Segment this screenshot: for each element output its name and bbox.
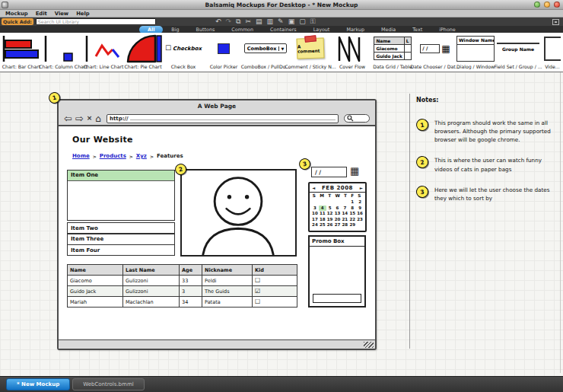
library-item-cover-flow[interactable]: Cover Flow [333,33,371,72]
calendar-day[interactable]: 11 [319,211,326,217]
calendar-day[interactable] [356,222,364,228]
mockup-canvas[interactable]: 1 A Web Page ⇦ ⇨ × ⌂ http:// [0,72,563,376]
category-markup[interactable]: Markup [338,26,373,33]
calendar-widget[interactable]: ◄ FEB 2008 ► S M T W T F S 1 2 3 [308,182,367,232]
search-ui-library-input[interactable] [36,18,156,25]
group-icon[interactable]: ▣ [288,18,295,25]
library-item-column-chart[interactable]: Chart: Column Chart [43,33,84,72]
library-item-field-set[interactable]: Group Name Field Set / Group / ... [495,33,542,72]
edit-icon[interactable]: ✎ [278,18,284,25]
promo-box[interactable]: Promo Box [308,235,366,308]
table-row[interactable]: Mariah Maclachlan 34 Patata ☐ [68,297,297,308]
maximize-button[interactable] [544,2,550,8]
calendar-day[interactable]: 14 [341,211,348,217]
breadcrumb-xyz-link[interactable]: Xyz [136,153,147,159]
calendar-day[interactable]: 13 [334,211,342,217]
minimize-button[interactable] [534,2,540,8]
library-item-video[interactable]: Vide... [542,33,563,72]
tab-webcontrols[interactable]: WebControls.bmml [72,378,144,390]
calendar-day[interactable]: 29 [348,222,356,228]
library-item-combobox[interactable]: ComboBox ▼ ComboBox / PullDo... [243,33,288,72]
undo-icon[interactable]: ↶ [215,18,221,25]
library-item-check-box[interactable]: ☐ Checkbox Check Box [163,33,204,72]
calendar-day[interactable]: 20 [334,217,342,223]
calendar-day[interactable]: 2 [356,199,364,206]
library-item-comment[interactable]: A comment Comment / Sticky N... [288,33,333,72]
calendar-day[interactable]: 5 [326,206,334,212]
calendar-day[interactable]: 24 [311,222,319,228]
image-placeholder[interactable] [180,169,297,257]
calendar-day[interactable]: 16 [356,211,364,217]
calendar-day[interactable]: 3 [311,206,319,212]
calendar-day[interactable]: 19 [326,217,334,223]
calendar-day[interactable]: 8 [348,206,356,212]
resize-grip-icon[interactable] [364,342,374,348]
menu-help[interactable]: Help [76,11,90,17]
calendar-day[interactable]: 10 [311,211,319,217]
calendar-day[interactable] [311,199,319,206]
ungroup-icon[interactable]: ▢ [299,18,306,25]
calendar-day[interactable]: 23 [356,217,364,223]
library-item-line-chart[interactable]: Chart: Line Chart [84,33,123,72]
calendar-day[interactable] [341,199,348,206]
calendar-day[interactable]: 28 [341,222,348,228]
redo-icon[interactable]: ↷ [226,18,232,25]
list-item[interactable]: Item Three [67,234,175,245]
list-item-selected[interactable]: Item One [68,171,174,181]
calendar-day[interactable]: 6 [334,206,342,212]
list-item[interactable]: Item Four [67,244,175,256]
calendar-day[interactable]: 26 [326,222,334,228]
category-buttons[interactable]: Buttons [188,26,224,33]
kid-checkbox[interactable]: ☐ [255,277,260,284]
calendar-day-selected[interactable]: 4 [319,206,326,212]
calendar-day[interactable]: 17 [311,217,319,223]
category-common[interactable]: Common [223,26,262,33]
library-item-color-picker[interactable]: Color Picker [204,33,243,72]
browser-window-control[interactable]: A Web Page ⇦ ⇨ × ⌂ http:// Our We [57,99,377,350]
table-row[interactable]: Giacomo Gulizzoni 33 Peldi ☐ [68,276,297,286]
library-item-date-chooser[interactable]: / / ▦ Date Chooser / Dat... [414,33,456,72]
fullscreen-icon[interactable] [552,19,559,25]
menu-edit[interactable]: Edit [36,11,47,17]
cut-icon[interactable]: ✂ [246,18,252,25]
category-iphone[interactable]: iPhone [431,26,464,33]
item-list[interactable]: Item One [67,170,175,221]
category-layout[interactable]: Layout [305,26,339,33]
calendar-day[interactable] [326,199,334,206]
calendar-day[interactable]: 25 [319,222,326,228]
library-item-pie-chart[interactable]: Chart: Pie Chart [123,33,163,72]
close-button[interactable] [554,2,560,8]
home-icon[interactable]: ⌂ [95,114,101,123]
calendar-prev-icon[interactable]: ◄ [312,186,315,190]
calendar-day[interactable] [334,199,342,206]
forward-arrow-icon[interactable]: ⇨ [75,113,84,123]
browser-search-box[interactable] [344,114,370,123]
calendar-day[interactable]: 27 [334,222,342,228]
kid-checkbox-checked[interactable]: ☑ [255,288,260,295]
calendar-day[interactable]: 21 [341,217,348,223]
paste-icon[interactable]: ▥ [267,18,274,25]
breadcrumb-home-link[interactable]: Home [72,153,90,159]
calendar-day[interactable] [319,199,326,206]
list-item[interactable]: Item Two [67,222,175,234]
table-row[interactable]: Guido Jack Gulizzoni 3 The Guids ☑ [68,286,297,297]
library-item-data-grid[interactable]: Name L Giacomo Guido Jack Data Grid / Ta… [371,33,414,72]
kid-checkbox[interactable]: ☐ [255,298,260,305]
back-arrow-icon[interactable]: ⇦ [64,113,72,123]
tab-new-mockup[interactable]: * New Mockup [6,378,70,390]
calendar-day[interactable]: 1 [348,199,356,206]
breadcrumb-products-link[interactable]: Products [100,153,126,159]
menu-mockup[interactable]: Mockup [5,11,28,17]
category-all[interactable]: All [139,26,163,33]
calendar-day[interactable]: 15 [348,211,356,217]
duplicate-icon[interactable]: ⧉ [236,18,240,25]
category-containers[interactable]: Containers [262,26,305,33]
url-field[interactable]: http:// [107,114,339,123]
date-input[interactable]: / / [311,167,347,177]
lock-icon[interactable]: ⚿ [310,18,316,25]
library-item-dialog[interactable]: Window Name Dialog / Window [456,33,495,72]
annotation-marker-3[interactable]: 3 [298,158,312,171]
calendar-day[interactable]: 22 [348,217,356,223]
category-big[interactable]: Big [163,26,187,33]
calendar-day[interactable]: 9 [356,206,364,212]
